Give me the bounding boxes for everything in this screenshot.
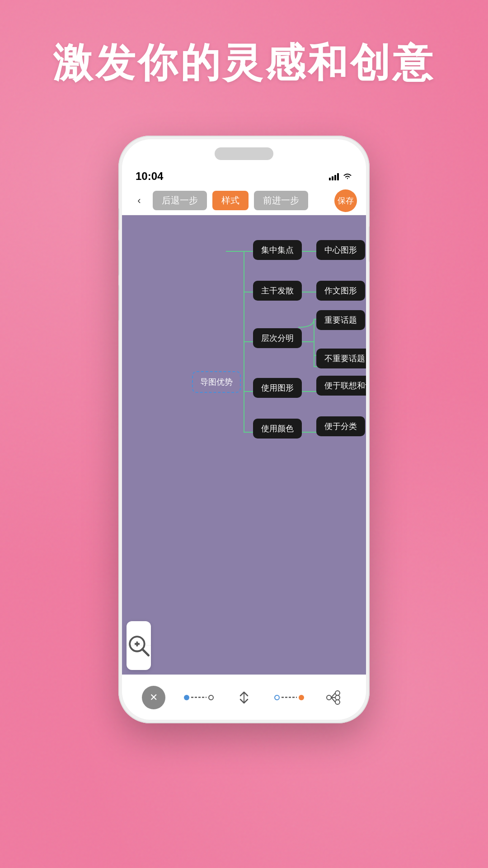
dot-orange-icon (299, 695, 304, 700)
signal-bar-4 (337, 173, 339, 180)
home-indicator (215, 147, 273, 160)
save-button[interactable]: 保存 (334, 189, 357, 212)
redo-button[interactable]: 前进一步 (254, 191, 308, 210)
branch-icon (325, 689, 343, 706)
node-shiyongyanse[interactable]: 使用颜色 (253, 419, 302, 439)
node-zhongxintuxing[interactable]: 中心图形 (316, 240, 365, 260)
node-zhugansansan[interactable]: 主干发散 (253, 281, 302, 301)
node-fenlei[interactable]: 便于分类 (316, 416, 365, 436)
branch-button[interactable] (321, 684, 348, 711)
svg-line-15 (331, 698, 335, 702)
close-toolbar-button[interactable]: ✕ (140, 684, 167, 711)
svg-point-16 (335, 691, 340, 695)
volume-down-button (118, 285, 119, 321)
status-time: 10:04 (136, 170, 163, 183)
node-buzhongyao[interactable]: 不重要话题 (316, 349, 366, 368)
connector-right-icon (274, 695, 304, 700)
zoom-out-button[interactable] (127, 646, 151, 670)
connector-line2-icon (282, 697, 297, 698)
compress-icon (235, 691, 253, 704)
bottom-toolbar: ✕ (122, 675, 366, 720)
wifi-icon (343, 172, 352, 180)
dot-right-icon (208, 695, 214, 700)
zoom-controls (127, 621, 151, 670)
connect-left-button[interactable] (185, 684, 212, 711)
node-cengcifenming[interactable]: 层次分明 (253, 328, 302, 348)
undo-button[interactable]: 后退一步 (153, 191, 207, 210)
root-node[interactable]: 导图优势 (192, 371, 241, 393)
compress-button[interactable] (230, 684, 258, 711)
close-circle-icon: ✕ (142, 686, 165, 709)
power-button (369, 226, 370, 262)
dot-left2-icon (274, 695, 280, 700)
svg-point-8 (209, 695, 213, 700)
node-zhongyao[interactable]: 重要话题 (316, 310, 365, 330)
svg-point-17 (335, 695, 340, 700)
nav-bar: ‹ 后退一步 样式 前进一步 保存 (122, 186, 366, 215)
volume-up-button (118, 240, 119, 276)
svg-line-13 (331, 693, 335, 698)
node-shiyongtuxing[interactable]: 使用图形 (253, 378, 302, 398)
signal-icon (329, 172, 339, 180)
connect-right-button[interactable] (276, 684, 303, 711)
connector-line-icon (191, 697, 206, 698)
node-lianliang[interactable]: 便于联想和记忆 (316, 376, 366, 396)
signal-bar-2 (332, 176, 333, 180)
svg-line-6 (142, 649, 149, 656)
phone-screen: 10:04 ‹ 后退一步 样 (122, 139, 366, 720)
svg-point-12 (327, 695, 331, 700)
node-zuowen[interactable]: 作文图形 (316, 281, 365, 301)
node-jizhonjidian[interactable]: 集中集点 (253, 240, 302, 260)
zoom-out-icon (127, 621, 151, 670)
status-bar: 10:04 (122, 166, 366, 186)
phone-frame: 10:04 ‹ 后退一步 样 (118, 136, 370, 723)
back-icon: ‹ (137, 195, 141, 207)
mute-button (118, 208, 119, 231)
style-button[interactable]: 样式 (212, 191, 249, 210)
close-x-icon: ✕ (150, 692, 158, 703)
signal-bar-3 (334, 175, 336, 180)
svg-point-18 (335, 700, 340, 704)
svg-point-10 (275, 695, 279, 700)
connector-left-icon (184, 695, 214, 700)
status-icons (329, 172, 352, 180)
signal-bar-1 (329, 178, 331, 180)
mind-map-canvas[interactable]: 导图优势 集中集点 主干发散 层次分明 使用图形 使用颜色 中心图形 (122, 215, 366, 675)
headline: 激发你的灵感和创意 (0, 36, 488, 90)
back-button[interactable]: ‹ (131, 193, 147, 209)
